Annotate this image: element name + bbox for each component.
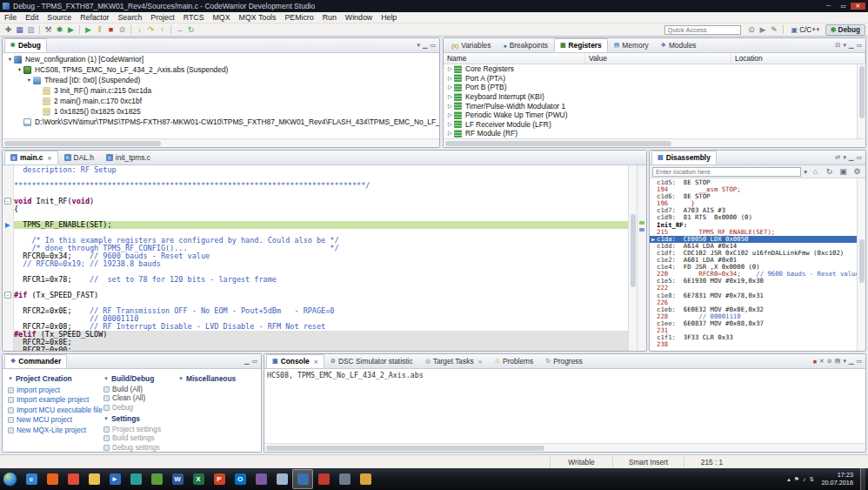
disassembly-line[interactable]: 238 bbox=[650, 341, 857, 348]
volume-icon[interactable]: ♪ bbox=[803, 476, 806, 483]
tab-console[interactable]: ▣Console✕ bbox=[266, 354, 324, 368]
location-input[interactable] bbox=[652, 167, 801, 177]
folder-explorer-icon[interactable] bbox=[83, 469, 104, 489]
media-player-icon[interactable]: ► bbox=[104, 469, 125, 489]
registers-vscrollbar[interactable] bbox=[857, 64, 865, 138]
external-tools-icon[interactable]: ▶ bbox=[758, 24, 769, 36]
maximize-panel-icon[interactable]: ▭ bbox=[856, 42, 862, 49]
code-line[interactable] bbox=[14, 190, 628, 198]
minimize-panel-icon[interactable]: ▁ bbox=[423, 42, 427, 49]
menu-rtcs[interactable]: RTCS bbox=[179, 13, 209, 22]
app-teal-icon[interactable] bbox=[125, 469, 146, 489]
word-icon[interactable]: W bbox=[167, 469, 188, 489]
minimize-panel-icon[interactable]: ▁ bbox=[849, 42, 853, 49]
debug-tree-item[interactable]: 2 main() main.c:170 0xc1bf bbox=[3, 96, 439, 106]
terminate-icon[interactable]: ■ bbox=[105, 24, 117, 36]
console-hscrollbar[interactable] bbox=[264, 443, 865, 452]
commander-section-project-creation[interactable]: ▼Project Creation bbox=[8, 374, 97, 383]
show-source-icon[interactable]: ▣ bbox=[838, 166, 849, 178]
step-return-icon[interactable]: ↑ bbox=[157, 24, 168, 36]
code-line[interactable]: RFCR2=0x8E; bbox=[14, 339, 628, 346]
disconnect-icon[interactable]: ⊘ bbox=[117, 24, 128, 36]
app-purple-icon[interactable] bbox=[250, 469, 271, 489]
clear-console-icon[interactable]: ⊘ bbox=[827, 358, 832, 365]
minimize-panel-icon[interactable]: ▁ bbox=[849, 358, 853, 365]
debug-icon[interactable]: ✱ bbox=[54, 24, 65, 36]
tree-expander-icon[interactable]: ▾ bbox=[25, 77, 33, 84]
code-line[interactable]: description: RF Setup bbox=[14, 166, 628, 174]
notepad-icon[interactable] bbox=[271, 469, 292, 489]
search-icon[interactable]: ⊙ bbox=[746, 24, 758, 36]
debug-tree-item[interactable]: 3 Init_RF() main.c:215 0xc1da bbox=[3, 85, 439, 96]
commander-item-build-settings[interactable]: Build settings bbox=[103, 434, 171, 442]
calculator-icon[interactable] bbox=[334, 469, 355, 489]
menu-project[interactable]: Project bbox=[146, 13, 178, 22]
register-group-row[interactable]: ▷Port B (PTB) bbox=[444, 83, 857, 92]
commander-section-build-debug[interactable]: ▼Build/Debug bbox=[103, 374, 171, 383]
step-over-icon[interactable]: ↷ bbox=[145, 24, 157, 36]
terminate-icon[interactable]: ■ bbox=[813, 359, 817, 365]
register-group-row[interactable]: ▷Periodic Wake Up Timer (PWU) bbox=[444, 111, 857, 120]
disassembly-line[interactable]: c1f1: 3F33 CLR 0x33 bbox=[650, 334, 857, 341]
close-window-button[interactable]: ✕ bbox=[851, 3, 865, 10]
annotations-icon[interactable]: ✎ bbox=[769, 24, 780, 36]
code-line[interactable]: void Init_RF(void) bbox=[14, 198, 628, 205]
resume-icon[interactable]: ▶ bbox=[83, 24, 94, 36]
commander-item-clean-all[interactable]: Clean (All) bbox=[103, 394, 171, 402]
debug-hscrollbar[interactable] bbox=[3, 138, 439, 147]
menu-mqx[interactable]: MQX bbox=[209, 13, 235, 22]
disassembly-vscrollbar[interactable] bbox=[857, 178, 865, 351]
close-tab-icon[interactable]: ✕ bbox=[314, 359, 318, 365]
settings-icon[interactable]: ⚙ bbox=[851, 166, 863, 178]
chrome-icon[interactable] bbox=[63, 469, 83, 489]
tab-target-tasks[interactable]: ◎Target Tasks✕ bbox=[419, 354, 489, 368]
show-hidden-icons[interactable]: ▴ bbox=[787, 476, 791, 483]
menu-edit[interactable]: Edit bbox=[21, 13, 43, 22]
view-menu-icon[interactable]: ▾ bbox=[843, 42, 846, 49]
collapse-all-icon[interactable]: ⊟ bbox=[836, 42, 841, 49]
firefox-icon[interactable] bbox=[42, 469, 63, 489]
view-menu-icon[interactable]: ▾ bbox=[843, 154, 846, 161]
paint-icon[interactable] bbox=[355, 469, 376, 489]
fold-marker-icon[interactable]: − bbox=[4, 198, 11, 205]
tab-problems[interactable]: ⚠Problems bbox=[489, 354, 540, 368]
disassembly-line[interactable]: c1e8: 6E7831 MOV #0x78,0x31 bbox=[650, 292, 857, 299]
home-icon[interactable]: ⌂ bbox=[810, 166, 821, 178]
maximize-panel-icon[interactable]: ▭ bbox=[251, 358, 257, 365]
debug-tree-item[interactable]: ▾HCS08, TPMS_EMC_No_LF_434_2_Axis.abs (S… bbox=[3, 64, 439, 75]
code-line[interactable]: // RFCR0=0x19; // 19238.8 bauds bbox=[14, 260, 628, 268]
run-icon[interactable]: ▶ bbox=[65, 24, 77, 36]
row-expander-icon[interactable]: ▷ bbox=[446, 65, 454, 72]
location-dropdown-icon[interactable]: ▾ bbox=[804, 168, 807, 176]
minimize-panel-icon[interactable]: ▁ bbox=[849, 154, 853, 161]
row-expander-icon[interactable]: ▷ bbox=[446, 75, 454, 82]
network-icon[interactable]: ⇅ bbox=[810, 476, 815, 483]
save-all-icon[interactable]: ▥ bbox=[25, 24, 37, 36]
editor-gutter[interactable]: − − bbox=[3, 165, 14, 351]
codewarrior-icon[interactable] bbox=[292, 469, 313, 489]
commander-item-debug[interactable]: Debug bbox=[103, 404, 171, 412]
refresh-icon[interactable]: ↻ bbox=[824, 166, 835, 178]
disassembly-line[interactable]: c1ee: 6E0837 MOV #0x08,0x37 bbox=[650, 320, 857, 327]
code-line[interactable]: RFCR1=0x78; // set to 78 for 120 bits - … bbox=[14, 276, 628, 284]
tab-modules[interactable]: ❖Modules bbox=[655, 38, 703, 52]
powerpoint-icon[interactable]: P bbox=[209, 469, 230, 489]
taskbar-clock[interactable]: 17:23 20.07.2016 bbox=[818, 472, 857, 487]
quick-access-input[interactable] bbox=[664, 25, 741, 35]
commander-item-new-mcu-project[interactable]: New MCU project bbox=[8, 416, 97, 426]
link-with-debug-icon[interactable]: ⇄ bbox=[836, 154, 841, 161]
view-menu-icon[interactable]: ▾ bbox=[417, 42, 420, 49]
code-editor[interactable]: description: RF Setup ******************… bbox=[14, 165, 628, 351]
tab-memory[interactable]: ▤Memory bbox=[608, 38, 655, 52]
maximize-window-button[interactable]: ▭ bbox=[836, 3, 851, 10]
commander-section-miscellaneous[interactable]: ▼Miscellaneous bbox=[178, 374, 259, 383]
suspend-icon[interactable]: ‖ bbox=[94, 24, 105, 36]
column-header-name[interactable]: Name bbox=[444, 53, 585, 64]
column-header-location[interactable]: Location bbox=[731, 53, 865, 64]
tab-disassembly[interactable]: ▤ Disassembly bbox=[651, 151, 717, 164]
tab-dsc-simulator-statistic[interactable]: ⚙DSC Simulator statistic bbox=[324, 354, 419, 368]
menu-pemicro[interactable]: PEMicro bbox=[280, 13, 317, 22]
menu-search[interactable]: Search bbox=[113, 13, 146, 22]
commander-section-settings[interactable]: ▼Settings bbox=[103, 414, 171, 423]
maximize-panel-icon[interactable]: ▭ bbox=[856, 358, 862, 365]
